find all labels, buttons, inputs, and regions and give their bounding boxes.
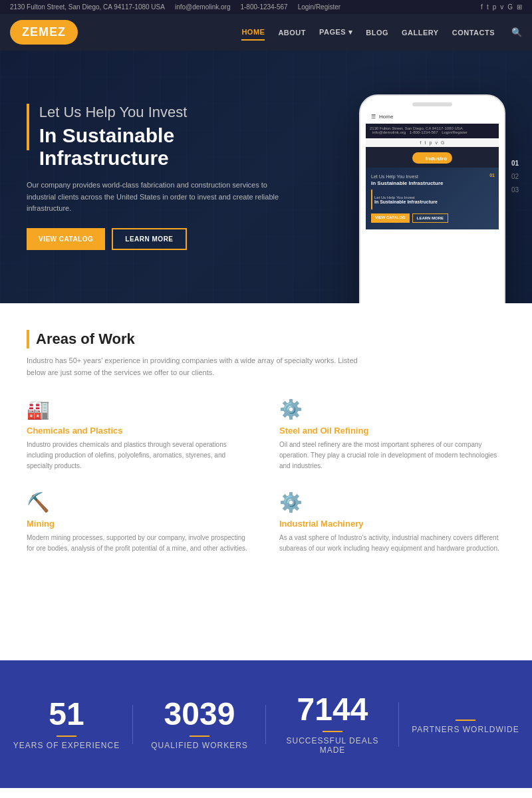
chemicals-icon: 🏭 bbox=[27, 398, 253, 420]
area-item-steel: ⚙️ Steel and Oil Refining Oil and steel … bbox=[279, 398, 505, 471]
hero-accent-bar bbox=[27, 104, 29, 150]
view-catalog-button[interactable]: VIEW CATALOG bbox=[27, 228, 105, 250]
top-bar-left: 2130 Fulton Street, San Diego, CA 94117-… bbox=[10, 3, 340, 11]
industrial-desc: As a vast sphere of Industro's activity,… bbox=[279, 533, 505, 554]
hero-content: Let Us Help You Invest In Sustainable In… bbox=[0, 104, 319, 250]
nav-links: HOME ABOUT PAGES ▾ BLOG GALLERY CONTACTS… bbox=[241, 25, 522, 41]
phone-hero-title2: In Sustainable Infrastructure bbox=[374, 200, 438, 204]
mining-desc: Modern mining processes, supported by ou… bbox=[27, 533, 253, 554]
social-icons: f t p v G ⊞ bbox=[481, 3, 522, 11]
phone-go: G bbox=[441, 140, 444, 145]
address: 2130 Fulton Street, San Diego, CA 94117-… bbox=[10, 3, 165, 11]
hero-indicators: 01 02 03 bbox=[511, 160, 519, 194]
phone-mockup: ☰ Home 2130 Fulton Street, San Diego, CA… bbox=[359, 94, 505, 303]
mining-icon: ⛏️ bbox=[27, 491, 253, 513]
rss-icon[interactable]: ⊞ bbox=[517, 3, 522, 11]
phone-screen: ☰ Home 2130 Fulton Street, San Diego, CA… bbox=[366, 110, 499, 303]
phone-menu-icon: ☰ bbox=[371, 114, 376, 120]
area-item-mining: ⛏️ Mining Modern mining processes, suppo… bbox=[27, 491, 253, 554]
stat-partners-label: Partners Worldwide bbox=[406, 725, 525, 734]
navbar: ZEMEZ HOME ABOUT PAGES ▾ BLOG GALLERY CO… bbox=[0, 14, 532, 51]
phone-hero-title: In Sustainable Infrastructure bbox=[371, 180, 493, 186]
learn-more-button[interactable]: LEARN MORE bbox=[112, 228, 186, 250]
phone-learn-btn[interactable]: LEARN MORE bbox=[412, 213, 448, 223]
email: info@demolink.org bbox=[175, 3, 231, 11]
chemicals-name: Chemicals and Plastics bbox=[27, 426, 253, 436]
hero-title: In Sustainable Infrastructure bbox=[39, 124, 293, 170]
phone-vi: v bbox=[435, 140, 438, 145]
phone-hero-sub: Let Us Help You Invest bbox=[371, 174, 493, 179]
areas-accent-bar bbox=[27, 330, 29, 348]
hero-section: Let Us Help You Invest In Sustainable In… bbox=[0, 51, 532, 303]
stat-partners-underline bbox=[456, 720, 475, 721]
nav-contacts[interactable]: CONTACTS bbox=[452, 25, 495, 40]
phone-top-info: 2130 Fulton Street, San Diego, CA 94117-… bbox=[366, 124, 499, 138]
top-bar: 2130 Fulton Street, San Diego, CA 94117-… bbox=[0, 0, 532, 14]
phone-pi: p bbox=[430, 140, 432, 145]
stat-workers-underline bbox=[190, 735, 209, 737]
phone-tw: t bbox=[425, 140, 426, 145]
hero-indicator-3[interactable]: 03 bbox=[511, 187, 519, 194]
phone-login: Login/Register bbox=[442, 130, 467, 134]
production-section: Sales Department If you are looking for … bbox=[0, 788, 532, 798]
stats-section: 51 Years of Experience 3039 Qualified Wo… bbox=[0, 660, 532, 788]
hero-buttons: VIEW CATALOG LEARN MORE bbox=[27, 228, 293, 250]
hero-indicator-2[interactable]: 02 bbox=[511, 174, 519, 180]
phone-content-area bbox=[366, 229, 499, 263]
stat-years: 51 Years of Experience bbox=[0, 692, 133, 757]
phone-phone: 1-800-1234-567 bbox=[410, 130, 438, 134]
steel-icon: ⚙️ bbox=[279, 398, 505, 420]
industrial-name: Industrial Machinery bbox=[279, 519, 505, 529]
pinterest-icon[interactable]: p bbox=[493, 3, 497, 11]
mining-name: Mining bbox=[27, 519, 253, 529]
phone-email: info@demolink.org bbox=[372, 130, 406, 134]
stat-years-number: 51 bbox=[7, 698, 126, 730]
stat-deals-label: Successful Deals Made bbox=[273, 736, 392, 755]
phone-hero-indicator: 01 bbox=[489, 173, 495, 178]
google-icon[interactable]: G bbox=[507, 3, 513, 11]
phone-logo-text: Industro bbox=[426, 156, 447, 162]
area-item-chemicals: 🏭 Chemicals and Plastics Industro provid… bbox=[27, 398, 253, 471]
stat-workers-number: 3039 bbox=[140, 698, 259, 730]
hero-subtitle: Let Us Help You Invest bbox=[39, 104, 293, 121]
stat-years-underline bbox=[57, 735, 76, 737]
nav-about[interactable]: ABOUT bbox=[278, 25, 306, 40]
stat-workers-label: Qualified Workers bbox=[140, 741, 259, 750]
stat-years-label: Years of Experience bbox=[7, 741, 126, 750]
hero-description: Our company provides world-class fabrica… bbox=[27, 180, 279, 215]
areas-description: Industro has 50+ years' experience in pr… bbox=[27, 355, 359, 378]
login-link[interactable]: Login/Register bbox=[298, 3, 340, 11]
phone-accent-bar bbox=[371, 190, 372, 209]
industrial-icon: ⚙️ bbox=[279, 491, 505, 513]
phone-nav-bar: ☰ Home bbox=[366, 110, 499, 124]
nav-home[interactable]: HOME bbox=[241, 25, 265, 41]
stat-partners: Partners Worldwide bbox=[399, 708, 532, 741]
areas-grid: 🏭 Chemicals and Plastics Industro provid… bbox=[27, 398, 505, 554]
stat-deals-underline bbox=[323, 731, 342, 732]
twitter-icon[interactable]: t bbox=[487, 3, 489, 11]
site-logo[interactable]: ZEMEZ bbox=[10, 20, 78, 45]
chemicals-desc: Industro provides chemicals and plastics… bbox=[27, 440, 253, 471]
phone-fb: f bbox=[420, 140, 422, 145]
search-icon[interactable]: 🔍 bbox=[511, 27, 522, 37]
areas-title: Areas of Work bbox=[36, 331, 135, 348]
stat-deals-number: 7144 bbox=[273, 694, 392, 726]
vimeo-icon[interactable]: v bbox=[500, 3, 503, 11]
phone-logo: ▲ Industro bbox=[412, 152, 452, 164]
areas-section: Areas of Work Industro has 50+ years' ex… bbox=[0, 303, 532, 581]
nav-pages[interactable]: PAGES ▾ bbox=[319, 25, 352, 40]
phone-hero-buttons: VIEW CATALOG LEARN MORE bbox=[371, 213, 493, 223]
phone-logo-bar: ▲ Industro bbox=[366, 147, 499, 168]
nav-gallery[interactable]: GALLERY bbox=[402, 25, 439, 40]
area-item-industrial: ⚙️ Industrial Machinery As a vast sphere… bbox=[279, 491, 505, 554]
phone: 1-800-1234-567 bbox=[240, 3, 287, 11]
phone-social-row: f t p v G bbox=[366, 138, 499, 147]
steel-name: Steel and Oil Refining bbox=[279, 426, 505, 436]
phone-catalog-btn[interactable]: VIEW CATALOG bbox=[371, 213, 410, 223]
hero-indicator-1[interactable]: 01 bbox=[511, 160, 519, 167]
nav-blog[interactable]: BLOG bbox=[366, 25, 388, 40]
stat-deals: 7144 Successful Deals Made bbox=[266, 687, 399, 761]
facebook-icon[interactable]: f bbox=[481, 3, 483, 11]
steel-desc: Oil and steel refinery are the most impo… bbox=[279, 440, 505, 471]
stat-workers: 3039 Qualified Workers bbox=[133, 692, 266, 757]
